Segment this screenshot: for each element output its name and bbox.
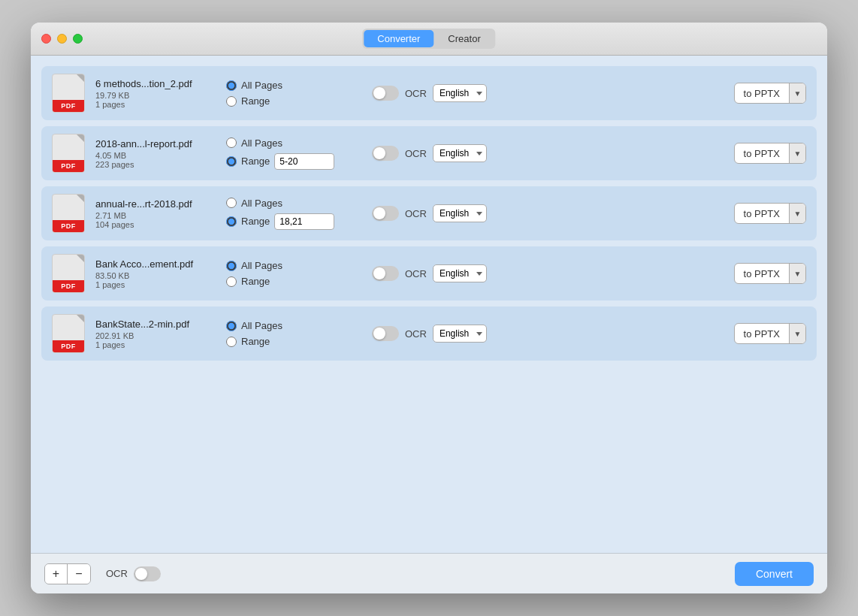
- ocr-section-3: OCR English French German Spanish: [372, 264, 487, 282]
- ocr-label-2: OCR: [405, 208, 427, 219]
- pdf-badge-0: PDF: [53, 100, 84, 112]
- all-pages-radio-3[interactable]: All Pages: [226, 260, 354, 271]
- range-radio-2[interactable]: Range: [226, 213, 354, 230]
- minimize-button[interactable]: [57, 34, 67, 44]
- page-options-0: All Pages Range: [226, 80, 354, 107]
- all-pages-label-0: All Pages: [241, 80, 282, 91]
- all-pages-radio-0[interactable]: All Pages: [226, 80, 354, 91]
- page-options-4: All Pages Range: [226, 320, 354, 347]
- ocr-knob-1: [373, 147, 385, 159]
- format-label-4: to PPTX: [735, 328, 789, 340]
- format-button-1[interactable]: to PPTX ▼: [734, 143, 806, 164]
- language-select-0[interactable]: English French German Spanish: [433, 84, 487, 102]
- all-pages-label-1: All Pages: [241, 137, 282, 149]
- bottom-ocr-label: OCR: [106, 568, 128, 579]
- format-section-0: to PPTX ▼: [734, 83, 806, 104]
- range-input-radio-4[interactable]: [226, 337, 237, 347]
- all-pages-input-3[interactable]: [226, 261, 237, 271]
- pdf-icon-2: PDF: [52, 194, 85, 233]
- range-input-radio-3[interactable]: [226, 276, 237, 287]
- ocr-toggle-2[interactable]: [372, 206, 399, 221]
- range-label-3: Range: [241, 276, 270, 287]
- ocr-section-1: OCR English French German Spanish: [372, 144, 487, 162]
- format-arrow-2: ▼: [789, 203, 805, 224]
- close-button[interactable]: [41, 34, 51, 44]
- format-label-1: to PPTX: [735, 148, 789, 159]
- all-pages-radio-2[interactable]: All Pages: [226, 198, 354, 209]
- format-arrow-0: ▼: [789, 83, 805, 104]
- pdf-icon-4: PDF: [52, 314, 85, 353]
- format-button-2[interactable]: to PPTX ▼: [734, 203, 806, 224]
- file-name-0: 6 methods...tion_2.pdf: [95, 78, 216, 89]
- language-select-4[interactable]: English French German Spanish: [433, 325, 487, 343]
- file-size-1: 4.05 MB: [95, 151, 216, 160]
- all-pages-radio-1[interactable]: All Pages: [226, 137, 354, 149]
- ocr-section-2: OCR English French German Spanish: [372, 204, 487, 222]
- file-pages-2: 104 pages: [95, 220, 216, 229]
- all-pages-label-2: All Pages: [241, 198, 282, 209]
- format-button-4[interactable]: to PPTX ▼: [734, 323, 806, 344]
- ocr-toggle-4[interactable]: [372, 326, 399, 341]
- range-label-0: Range: [241, 95, 270, 107]
- pdf-badge-2: PDF: [53, 220, 84, 232]
- add-file-button[interactable]: +: [45, 564, 68, 584]
- maximize-button[interactable]: [73, 34, 83, 44]
- ocr-toggle-3[interactable]: [372, 266, 399, 281]
- file-info-0: 6 methods...tion_2.pdf 19.79 KB 1 pages: [95, 78, 216, 109]
- ocr-toggle-1[interactable]: [372, 146, 399, 161]
- main-window: Converter Creator PDF 6 methods...tion_2…: [31, 23, 827, 593]
- file-info-2: annual-re...rt-2018.pdf 2.71 MB 104 page…: [95, 198, 216, 229]
- all-pages-input-0[interactable]: [226, 80, 237, 91]
- file-list: PDF 6 methods...tion_2.pdf 19.79 KB 1 pa…: [31, 56, 827, 553]
- all-pages-radio-4[interactable]: All Pages: [226, 320, 354, 331]
- ocr-label-0: OCR: [405, 88, 427, 99]
- pdf-icon-3: PDF: [52, 254, 85, 293]
- format-button-3[interactable]: to PPTX ▼: [734, 263, 806, 284]
- table-row: PDF 6 methods...tion_2.pdf 19.79 KB 1 pa…: [41, 66, 817, 120]
- range-radio-1[interactable]: Range: [226, 153, 354, 170]
- range-value-2[interactable]: [274, 213, 334, 230]
- language-select-3[interactable]: English French German Spanish: [433, 264, 487, 282]
- bottom-ocr-toggle[interactable]: [134, 566, 161, 581]
- table-row: PDF annual-re...rt-2018.pdf 2.71 MB 104 …: [41, 186, 817, 240]
- range-radio-3[interactable]: Range: [226, 276, 354, 287]
- file-size-2: 2.71 MB: [95, 211, 216, 220]
- ocr-section-4: OCR English French German Spanish: [372, 325, 487, 343]
- table-row: PDF 2018-ann...l-report.pdf 4.05 MB 223 …: [41, 126, 817, 180]
- range-input-radio-1[interactable]: [226, 156, 237, 167]
- range-label-4: Range: [241, 336, 270, 347]
- format-arrow-1: ▼: [789, 143, 805, 164]
- file-size-4: 202.91 KB: [95, 331, 216, 340]
- file-size-3: 83.50 KB: [95, 271, 216, 280]
- range-input-radio-2[interactable]: [226, 216, 237, 227]
- ocr-toggle-0[interactable]: [372, 86, 399, 101]
- format-label-2: to PPTX: [735, 208, 789, 219]
- ocr-label-4: OCR: [405, 328, 427, 340]
- file-pages-3: 1 pages: [95, 280, 216, 289]
- all-pages-input-2[interactable]: [226, 198, 237, 208]
- add-remove-group: + −: [44, 563, 91, 584]
- file-pages-4: 1 pages: [95, 340, 216, 349]
- format-label-0: to PPTX: [735, 88, 789, 99]
- language-select-2[interactable]: English French German Spanish: [433, 204, 487, 222]
- range-label-2: Range: [241, 216, 270, 227]
- tab-converter[interactable]: Converter: [364, 30, 434, 47]
- language-select-1[interactable]: English French German Spanish: [433, 144, 487, 162]
- page-options-2: All Pages Range: [226, 198, 354, 230]
- all-pages-input-4[interactable]: [226, 321, 237, 331]
- range-input-radio-0[interactable]: [226, 96, 237, 107]
- remove-file-button[interactable]: −: [68, 564, 90, 584]
- traffic-lights: [41, 34, 83, 44]
- convert-button[interactable]: Convert: [735, 562, 814, 586]
- file-name-4: BankState...2-min.pdf: [95, 319, 216, 330]
- range-value-1[interactable]: [274, 153, 334, 170]
- all-pages-input-1[interactable]: [226, 137, 237, 148]
- format-button-0[interactable]: to PPTX ▼: [734, 83, 806, 104]
- range-radio-0[interactable]: Range: [226, 95, 354, 107]
- range-radio-4[interactable]: Range: [226, 336, 354, 347]
- tab-creator[interactable]: Creator: [434, 30, 494, 47]
- all-pages-label-3: All Pages: [241, 260, 282, 271]
- format-section-3: to PPTX ▼: [734, 263, 806, 284]
- tab-group: Converter Creator: [362, 29, 495, 49]
- pdf-badge-4: PDF: [53, 340, 84, 352]
